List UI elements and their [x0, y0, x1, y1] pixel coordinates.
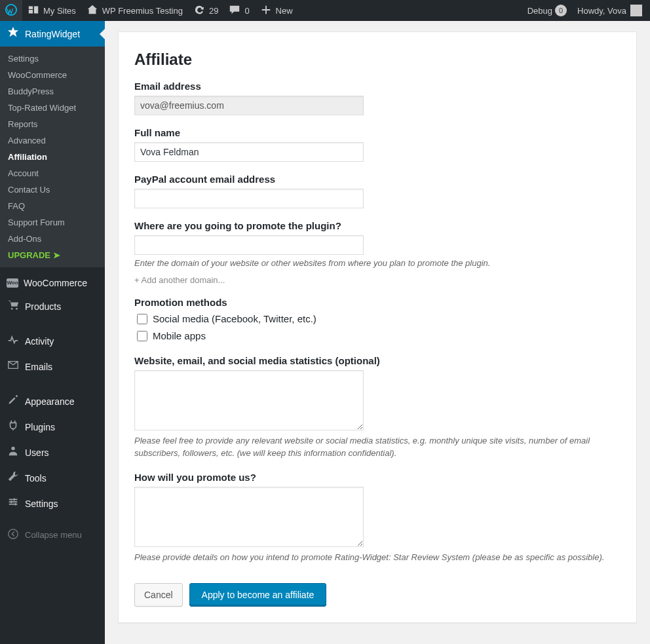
- appearance-icon: [7, 394, 20, 409]
- submenu-item-support-forum[interactable]: Support Forum: [0, 214, 105, 231]
- svg-rect-5: [9, 501, 18, 502]
- my-sites-menu[interactable]: My Sites: [22, 0, 81, 21]
- input-where-promote[interactable]: [134, 235, 364, 255]
- my-sites-label: My Sites: [43, 6, 76, 16]
- submenu-item-faq[interactable]: FAQ: [0, 198, 105, 214]
- products-icon: [7, 299, 20, 314]
- label-where-promote: Where are you going to promote the plugi…: [134, 220, 621, 231]
- update-count: 29: [209, 6, 218, 16]
- admin-bar-right: Debug 0 Howdy, Vova: [522, 0, 650, 21]
- sites-icon: [28, 4, 39, 18]
- menu-ratingwidget[interactable]: RatingWidget: [0, 21, 105, 47]
- star-icon: [7, 26, 20, 41]
- main-content: Affiliate Email address Full name PayPal…: [105, 0, 650, 636]
- activity-icon: [7, 333, 20, 349]
- menu-plugins[interactable]: Plugins: [0, 414, 105, 440]
- collapse-label: Collapse menu: [25, 530, 82, 540]
- svg-rect-8: [10, 501, 12, 503]
- svg-point-2: [16, 308, 18, 310]
- collapse-menu[interactable]: Collapse menu: [0, 523, 105, 547]
- label-paypal: PayPal account email address: [134, 174, 621, 185]
- menu-appearance[interactable]: Appearance: [0, 388, 105, 414]
- submenu-item-advanced[interactable]: Advanced: [0, 132, 105, 149]
- help-stats: Please feel free to provide any relevant…: [134, 435, 621, 460]
- menu-appearance-label: Appearance: [25, 396, 75, 407]
- wp-logo-menu[interactable]: [0, 0, 22, 21]
- account-menu[interactable]: Howdy, Vova: [572, 0, 647, 21]
- collapse-icon: [7, 528, 20, 542]
- field-where-promote: Where are you going to promote the plugi…: [134, 220, 621, 285]
- svg-point-10: [9, 529, 18, 539]
- svg-point-3: [11, 447, 14, 450]
- affiliate-card: Affiliate Email address Full name PayPal…: [118, 31, 637, 623]
- menu-settings[interactable]: Settings: [0, 491, 105, 516]
- textarea-how-promote[interactable]: [134, 487, 364, 547]
- menu-products[interactable]: Products: [0, 294, 105, 319]
- menu-settings-label: Settings: [25, 499, 58, 509]
- input-email[interactable]: [134, 96, 364, 115]
- field-promotion-methods: Promotion methods Social media (Facebook…: [134, 297, 621, 343]
- submenu-item-woocommerce[interactable]: WooCommerce: [0, 67, 105, 83]
- settings-icon: [7, 496, 20, 511]
- svg-rect-4: [9, 499, 18, 501]
- svg-rect-9: [15, 503, 16, 506]
- check-mobile-apps[interactable]: Mobile apps: [134, 329, 621, 343]
- input-paypal[interactable]: [134, 189, 364, 208]
- menu-emails[interactable]: Emails: [0, 354, 105, 379]
- debug-menu[interactable]: Debug 0: [522, 0, 572, 21]
- menu-ratingwidget-label: RatingWidget: [25, 29, 80, 39]
- menu-emails-label: Emails: [25, 362, 52, 372]
- howdy-text: Howdy, Vova: [577, 6, 626, 16]
- debug-count-badge: 0: [555, 5, 567, 16]
- submenu-item-settings[interactable]: Settings: [0, 50, 105, 67]
- menu-woocommerce[interactable]: Woo WooCommerce: [0, 273, 105, 294]
- field-how-promote: How will you promote us? Please provide …: [134, 472, 621, 564]
- plus-icon: [260, 4, 272, 18]
- submenu-item-add-ons[interactable]: Add-Ons: [0, 231, 105, 247]
- wordpress-icon: [5, 4, 17, 18]
- site-name-menu[interactable]: WP Freemius Testing: [81, 0, 188, 21]
- menu-activity[interactable]: Activity: [0, 328, 105, 354]
- add-domain-link[interactable]: + Add another domain...: [134, 275, 621, 285]
- check-social-media[interactable]: Social media (Facebook, Twitter, etc.): [134, 312, 621, 326]
- checkbox-mobile[interactable]: [137, 331, 147, 341]
- admin-sidebar: RatingWidget SettingsWooCommerceBuddyPre…: [0, 21, 105, 644]
- submenu-item-affiliation[interactable]: Affiliation: [0, 149, 105, 165]
- submenu-item-top-rated-widget[interactable]: Top-Rated Widget: [0, 100, 105, 116]
- menu-woocommerce-label: WooCommerce: [24, 278, 87, 288]
- help-where-promote: Enter the domain of your website or othe…: [134, 257, 621, 270]
- checkbox-social-label: Social media (Facebook, Twitter, etc.): [153, 313, 316, 324]
- menu-users[interactable]: Users: [0, 440, 105, 465]
- label-full-name: Full name: [134, 127, 621, 138]
- admin-bar: My Sites WP Freemius Testing 29 0 New: [0, 0, 650, 21]
- debug-label: Debug: [527, 6, 552, 16]
- comments-menu[interactable]: 0: [223, 0, 254, 21]
- submenu-item-buddypress[interactable]: BuddyPress: [0, 83, 105, 100]
- submenu-item-reports[interactable]: Reports: [0, 116, 105, 132]
- promotion-checks: Social media (Facebook, Twitter, etc.) M…: [134, 312, 621, 343]
- submenu-item-contact-us[interactable]: Contact Us: [0, 181, 105, 198]
- site-name-label: WP Freemius Testing: [102, 6, 183, 16]
- menu-tools-label: Tools: [25, 473, 47, 483]
- menu-tools[interactable]: Tools: [0, 465, 105, 491]
- input-full-name[interactable]: [134, 142, 364, 162]
- updates-menu[interactable]: 29: [188, 0, 223, 21]
- label-how-promote: How will you promote us?: [134, 472, 621, 483]
- label-email: Email address: [134, 81, 621, 92]
- comment-icon: [229, 4, 240, 18]
- checkbox-social[interactable]: [137, 314, 147, 324]
- field-stats: Website, email, and social media statist…: [134, 355, 621, 460]
- plugins-icon: [7, 419, 20, 434]
- cancel-button[interactable]: Cancel: [134, 583, 183, 607]
- update-icon: [193, 4, 205, 18]
- submenu-ratingwidget: SettingsWooCommerceBuddyPressTop-Rated W…: [0, 47, 105, 267]
- textarea-stats[interactable]: [134, 370, 364, 430]
- menu-products-label: Products: [25, 301, 61, 312]
- field-email: Email address: [134, 81, 621, 115]
- submenu-item-account[interactable]: Account: [0, 165, 105, 181]
- apply-button[interactable]: Apply to become an affiliate: [189, 583, 327, 607]
- users-icon: [7, 445, 20, 460]
- new-content-menu[interactable]: New: [255, 0, 298, 21]
- submenu-item-upgrade[interactable]: UPGRADE: [0, 247, 105, 263]
- field-full-name: Full name: [134, 127, 621, 162]
